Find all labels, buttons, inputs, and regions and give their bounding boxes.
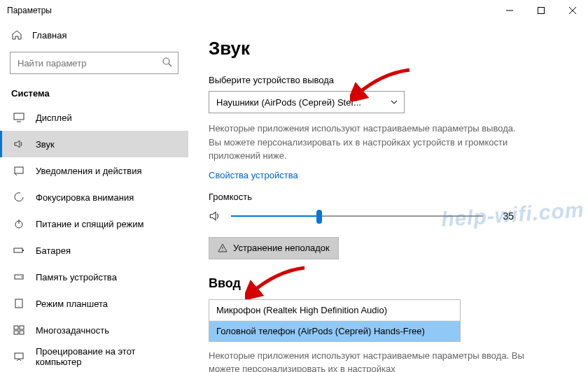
warning-icon [218,243,227,253]
home-link[interactable]: Главная [0,24,188,46]
maximize-button[interactable] [525,0,556,21]
minimize-button[interactable] [493,0,525,21]
svg-point-14 [21,276,22,278]
volume-value: 35 [493,210,514,222]
storage-icon [13,271,24,282]
sound-icon [13,138,24,150]
volume-label: Громкость [209,192,568,202]
svg-rect-19 [14,331,18,334]
tablet-icon [13,298,24,309]
sidebar-item-tablet[interactable]: Режим планшета [0,290,188,317]
troubleshoot-button[interactable]: Устранение неполадок [209,237,339,259]
output-device-value: Наушники (AirPods (Сергей) Ster... [216,97,361,108]
sidebar-item-label: Батарея [36,245,71,256]
input-device-listbox[interactable]: Микрофон (Realtek High Definition Audio)… [209,299,461,342]
focus-icon [13,192,24,203]
device-properties-link[interactable]: Свойства устройства [209,170,298,180]
window-controls [493,0,588,21]
multitask-icon [13,324,24,336]
sidebar-item-label: Память устройства [36,272,117,282]
svg-rect-20 [20,331,24,334]
svg-rect-17 [14,326,18,329]
sidebar-item-label: Режим планшета [36,299,108,309]
sidebar-item-display[interactable]: Дисплей [0,104,188,131]
sidebar-item-projecting[interactable]: Проецирование на этот компьютер [0,343,188,370]
sidebar-item-label: Проецирование на этот компьютер [36,346,177,367]
output-description: Некоторые приложения используют настраив… [209,122,531,163]
main-content: Звук Выберите устройство вывода Наушники… [189,21,588,372]
svg-rect-11 [14,248,22,252]
search-input[interactable] [10,52,178,74]
svg-rect-12 [22,250,24,251]
sidebar: Главная Система Дисплей Звук Уведомления… [0,21,189,372]
volume-slider[interactable] [231,208,483,224]
svg-line-5 [169,64,172,66]
sidebar-item-sound[interactable]: Звук [0,131,188,157]
page-title: Звук [209,38,568,59]
speaker-icon[interactable] [209,210,221,222]
sidebar-item-notifications[interactable]: Уведомления и действия [0,157,188,184]
slider-fill [231,215,319,217]
svg-rect-1 [538,8,544,14]
power-icon [13,218,24,229]
svg-point-23 [222,250,223,250]
svg-rect-21 [15,353,23,359]
sidebar-item-storage[interactable]: Память устройства [0,264,188,290]
output-device-label: Выберите устройство вывода [209,75,568,85]
sidebar-item-power[interactable]: Питание и спящий режим [0,210,188,237]
home-label: Главная [32,30,66,41]
sidebar-item-multitask[interactable]: Многозадачность [0,317,188,343]
slider-thumb[interactable] [316,210,322,224]
input-option[interactable]: Головной телефон (AirPods (Сергей) Hands… [209,321,460,341]
search-box[interactable] [10,52,178,74]
input-heading: Ввод [209,276,568,291]
sidebar-item-battery[interactable]: Батарея [0,237,188,264]
sidebar-item-label: Питание и спящий режим [36,219,144,229]
svg-rect-18 [20,326,24,329]
window-title: Параметры [7,6,52,15]
svg-point-16 [18,306,19,306]
output-device-dropdown[interactable]: Наушники (AirPods (Сергей) Ster... [209,91,405,113]
sidebar-item-label: Звук [36,139,55,150]
svg-point-4 [163,58,169,64]
battery-icon [13,245,24,256]
home-icon [11,29,22,41]
sidebar-item-label: Дисплей [36,113,72,123]
display-icon [13,112,24,123]
input-description: Некоторые приложения используют настраив… [209,349,531,373]
troubleshoot-label: Устранение неполадок [233,243,330,253]
sidebar-nav: Дисплей Звук Уведомления и действия Фоку… [0,104,188,372]
input-option[interactable]: Микрофон (Realtek High Definition Audio) [209,300,460,321]
svg-rect-8 [15,167,23,173]
sidebar-item-focus[interactable]: Фокусировка внимания [0,184,188,210]
notifications-icon [13,165,24,176]
chevron-down-icon [390,98,398,106]
sidebar-item-label: Фокусировка внимания [36,192,134,203]
close-button[interactable] [556,0,588,21]
search-icon [162,57,173,68]
sidebar-item-label: Уведомления и действия [36,166,142,176]
sidebar-item-label: Многозадачность [36,325,109,336]
titlebar: Параметры [0,0,588,21]
projecting-icon [13,351,24,362]
sidebar-section-title: Система [0,81,188,104]
svg-rect-6 [14,113,24,120]
